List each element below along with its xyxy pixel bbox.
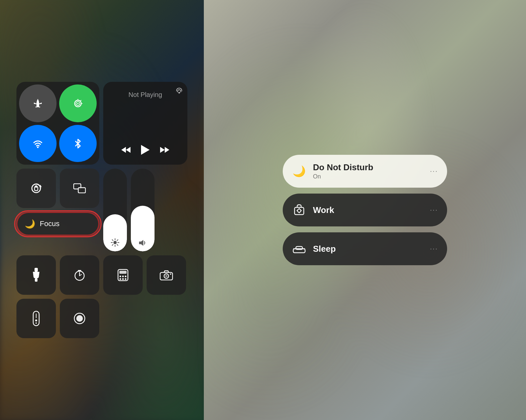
bottom-rows bbox=[16, 255, 187, 338]
svg-point-46 bbox=[165, 275, 168, 277]
focus-label: Focus bbox=[40, 220, 60, 228]
svg-rect-18 bbox=[78, 188, 85, 193]
svg-line-4 bbox=[81, 100, 81, 101]
svg-point-2 bbox=[77, 103, 79, 104]
svg-marker-9 bbox=[121, 147, 126, 153]
calculator-button[interactable] bbox=[103, 255, 143, 295]
middle-row: 🌙 Focus bbox=[16, 169, 187, 251]
svg-line-26 bbox=[117, 240, 118, 241]
svg-marker-12 bbox=[165, 147, 169, 153]
focus-button[interactable]: 🌙 Focus bbox=[16, 212, 99, 236]
screen-mirror-button[interactable] bbox=[60, 169, 99, 208]
brightness-icon bbox=[111, 238, 119, 247]
airplay-icon[interactable] bbox=[176, 86, 183, 94]
dnd-more-button[interactable]: ··· bbox=[430, 167, 438, 175]
left-panel: Not Playing bbox=[0, 0, 204, 420]
control-center: Not Playing bbox=[13, 79, 191, 341]
remote-button[interactable] bbox=[16, 299, 56, 338]
svg-rect-29 bbox=[35, 268, 38, 272]
svg-point-38 bbox=[120, 276, 121, 277]
sleep-focus-item[interactable]: Sleep ··· bbox=[283, 232, 447, 265]
lock-rotation-button[interactable] bbox=[16, 169, 56, 208]
svg-point-47 bbox=[170, 273, 171, 275]
sleep-text: Sleep bbox=[313, 244, 423, 254]
dnd-focus-item[interactable]: 🌙 Do Not Disturb On ··· bbox=[283, 155, 447, 188]
focus-moon-icon: 🌙 bbox=[25, 219, 35, 229]
svg-point-42 bbox=[122, 278, 124, 280]
screen-record-button[interactable] bbox=[60, 299, 99, 338]
svg-point-50 bbox=[35, 319, 37, 321]
svg-point-39 bbox=[122, 276, 124, 277]
svg-point-55 bbox=[298, 209, 301, 212]
brightness-slider[interactable] bbox=[103, 169, 127, 251]
work-text: Work bbox=[313, 205, 423, 215]
small-tiles: 🌙 Focus bbox=[16, 169, 99, 251]
connectivity-tile bbox=[16, 82, 99, 165]
cellular-button[interactable] bbox=[59, 84, 97, 122]
svg-marker-10 bbox=[141, 145, 150, 155]
volume-slider[interactable] bbox=[131, 169, 155, 251]
svg-point-6 bbox=[37, 146, 39, 148]
flashlight-button[interactable] bbox=[16, 255, 56, 295]
prev-button[interactable] bbox=[120, 145, 132, 155]
small-tile-row-1 bbox=[16, 169, 99, 208]
airplane-mode-button[interactable] bbox=[19, 84, 57, 122]
next-button[interactable] bbox=[159, 145, 171, 155]
svg-point-40 bbox=[125, 276, 127, 277]
svg-marker-8 bbox=[126, 147, 131, 153]
svg-line-24 bbox=[112, 240, 113, 241]
sleep-more-button[interactable]: ··· bbox=[430, 245, 438, 253]
media-controls bbox=[120, 144, 171, 156]
camera-button[interactable] bbox=[147, 255, 186, 295]
media-tile: Not Playing bbox=[103, 82, 187, 165]
dnd-moon-icon: 🌙 bbox=[292, 165, 306, 177]
focus-btn-container: 🌙 Focus bbox=[16, 212, 99, 236]
wifi-button[interactable] bbox=[19, 125, 57, 162]
sliders-col bbox=[103, 169, 187, 251]
top-row: Not Playing bbox=[16, 82, 187, 165]
svg-line-25 bbox=[117, 245, 118, 245]
svg-point-19 bbox=[113, 241, 117, 244]
util-row-2 bbox=[16, 299, 187, 338]
play-button[interactable] bbox=[140, 144, 151, 156]
svg-line-27 bbox=[112, 245, 113, 245]
dnd-subtitle: On bbox=[313, 173, 423, 180]
svg-point-53 bbox=[76, 315, 83, 322]
timer-button[interactable] bbox=[60, 255, 99, 295]
focus-menu: 🌙 Do Not Disturb On ··· bbox=[283, 155, 447, 265]
volume-icon bbox=[138, 239, 147, 247]
svg-point-43 bbox=[125, 278, 127, 280]
svg-rect-30 bbox=[35, 278, 37, 282]
work-icon bbox=[292, 203, 306, 217]
right-panel: 🌙 Do Not Disturb On ··· bbox=[204, 0, 526, 420]
now-playing-label: Not Playing bbox=[129, 91, 162, 99]
bluetooth-button[interactable] bbox=[59, 125, 97, 162]
work-more-button[interactable]: ··· bbox=[430, 206, 438, 214]
sleep-icon bbox=[292, 244, 306, 254]
svg-rect-37 bbox=[119, 271, 127, 274]
svg-point-51 bbox=[36, 322, 37, 324]
work-title: Work bbox=[313, 205, 423, 215]
svg-point-41 bbox=[120, 278, 121, 280]
svg-marker-28 bbox=[139, 240, 143, 246]
util-row-1 bbox=[16, 255, 187, 295]
svg-marker-11 bbox=[160, 147, 165, 153]
dnd-text: Do Not Disturb On bbox=[313, 162, 423, 180]
work-focus-item[interactable]: Work ··· bbox=[283, 194, 447, 226]
sleep-title: Sleep bbox=[313, 244, 423, 254]
svg-point-7 bbox=[179, 92, 180, 94]
dnd-title: Do Not Disturb bbox=[313, 162, 423, 173]
